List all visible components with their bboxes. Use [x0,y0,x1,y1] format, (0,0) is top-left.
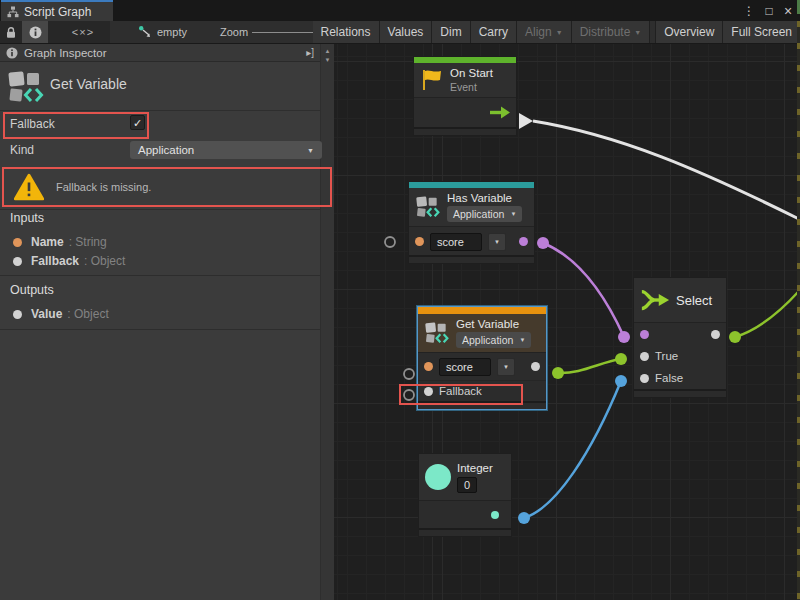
outputs-header: Outputs [10,283,54,297]
relations-button[interactable]: Relations [313,21,379,43]
node-subtitle: Event [450,81,493,93]
false-input-port[interactable] [640,374,649,383]
connection-status: empty [138,21,187,43]
dim-button[interactable]: Dim [432,21,469,43]
warning-icon [14,173,44,201]
window-menu-button[interactable]: ⋮ [742,0,756,21]
tab-bar: Script Graph ⋮ □ × [0,0,800,21]
true-input-port[interactable] [640,352,649,361]
graph-inspector-panel: Graph Inspector ▸] ▲ ▼ Get Variable Fall… [0,44,334,600]
graph-icon [7,6,19,18]
input-row-fallback: Fallback : Object [0,251,320,271]
graph-toolbar: <×> empty Zoom 1x Relations Values Dim C… [0,21,800,44]
port-dot-orange [13,238,22,247]
toolbar-gap [650,21,655,43]
toolbar-left-group: <×> [0,21,110,43]
node-title: Integer [457,462,493,474]
integer-type-icon [425,464,451,490]
flag-icon [420,68,444,92]
node-title: Get Variable [456,318,531,330]
bool-output-port[interactable] [519,237,528,246]
lock-icon [5,26,17,39]
select-merge-icon [640,287,670,313]
node-on-start[interactable]: On Start Event [413,56,517,136]
graph-canvas[interactable] [334,44,800,600]
node-title: Select [676,293,712,308]
fallback-input-port[interactable] [424,387,433,396]
inputs-header: Inputs [10,211,44,225]
zoom-label: Zoom [220,21,248,43]
node-title: Has Variable [447,192,522,204]
control-output-arrow-icon[interactable] [490,106,510,119]
align-button: Align▼ [517,21,571,43]
code-preview-button[interactable]: <×> [60,21,106,43]
toolbar-right-group: Relations Values Dim Carry Align▼ Distri… [313,21,800,43]
panel-dock-icon[interactable]: ▸] [306,47,314,58]
name-input-port[interactable] [424,362,433,371]
scroll-down-icon[interactable]: ▼ [321,56,334,65]
kind-option-label: Kind [10,143,34,157]
variable-kind-dropdown[interactable]: Application ▼ [447,206,522,222]
inspector-toggle-button[interactable] [22,21,48,43]
chevron-down-icon: ▼ [510,211,516,217]
variable-name-dropdown-button[interactable]: ▼ [497,358,515,376]
fallback-checkbox[interactable]: ✓ [130,115,145,130]
maximize-icon: □ [762,4,776,18]
fallback-option-row: Fallback ✓ [0,111,320,138]
fallback-port-label: Fallback [439,385,482,397]
kind-dropdown-value: Application [138,144,194,156]
value-output-port[interactable] [531,362,540,371]
empty-label: empty [157,26,187,38]
port-dot-white [13,310,22,319]
variable-name-field[interactable]: score [430,233,482,251]
variable-node-icon [8,69,44,105]
chevron-down-icon: ▼ [503,364,509,370]
distribute-button: Distribute▼ [572,21,650,43]
kind-dropdown[interactable]: Application ▼ [130,141,322,159]
inspector-title: Graph Inspector [24,47,106,59]
condition-input-port[interactable] [640,330,649,339]
chevron-down-icon: ▼ [307,147,314,154]
scroll-up-icon[interactable]: ▲ [321,47,334,56]
node-has-variable[interactable]: Has Variable Application ▼ score ▼ [408,181,535,264]
full-screen-button[interactable]: Full Screen [723,21,800,43]
tab-script-graph[interactable]: Script Graph [1,0,113,21]
true-port-label: True [655,350,678,362]
window-close-button[interactable]: × [781,0,795,21]
chevron-down-icon: ▼ [519,337,525,343]
node-integer-literal[interactable]: Integer 0 [418,453,512,537]
inspected-node-title: Get Variable [50,76,127,92]
variable-name-dropdown-button[interactable]: ▼ [488,233,506,251]
tab-title: Script Graph [24,5,91,19]
warning-text: Fallback is missing. [56,181,151,193]
fallback-option-label: Fallback [10,117,55,131]
input-row-name: Name : String [0,232,320,252]
overview-button[interactable]: Overview [656,21,722,43]
false-port-label: False [655,372,683,384]
chevron-down-icon: ▼ [634,29,641,36]
kebab-menu-icon: ⋮ [742,4,756,18]
info-icon [6,47,18,59]
integer-output-port[interactable] [491,511,499,519]
carry-button[interactable]: Carry [471,21,516,43]
inspector-scrollbar[interactable]: ▲ ▼ [320,44,334,600]
wire-icon [138,25,152,39]
graph-inspector-header[interactable]: Graph Inspector ▸] [0,44,320,62]
chevron-down-icon: ▼ [494,239,500,245]
lock-button[interactable] [0,21,22,43]
info-icon [29,26,42,39]
variable-kind-dropdown[interactable]: Application ▼ [456,332,531,348]
port-dot-white [13,257,22,266]
node-select[interactable]: Select True False [633,277,727,398]
selection-output-port[interactable] [711,330,720,339]
name-input-port[interactable] [415,237,424,246]
variable-node-icon [424,321,450,345]
variable-node-icon [415,195,441,219]
script-graph-window: Script Graph ⋮ □ × <×> [0,0,800,600]
window-maximize-button[interactable]: □ [762,0,776,21]
chevron-down-icon: ▼ [556,29,563,36]
node-get-variable[interactable]: Get Variable Application ▼ score ▼ Fallb… [417,306,547,410]
variable-name-field[interactable]: score [439,358,491,376]
integer-value-field[interactable]: 0 [457,477,477,493]
values-button[interactable]: Values [380,21,432,43]
